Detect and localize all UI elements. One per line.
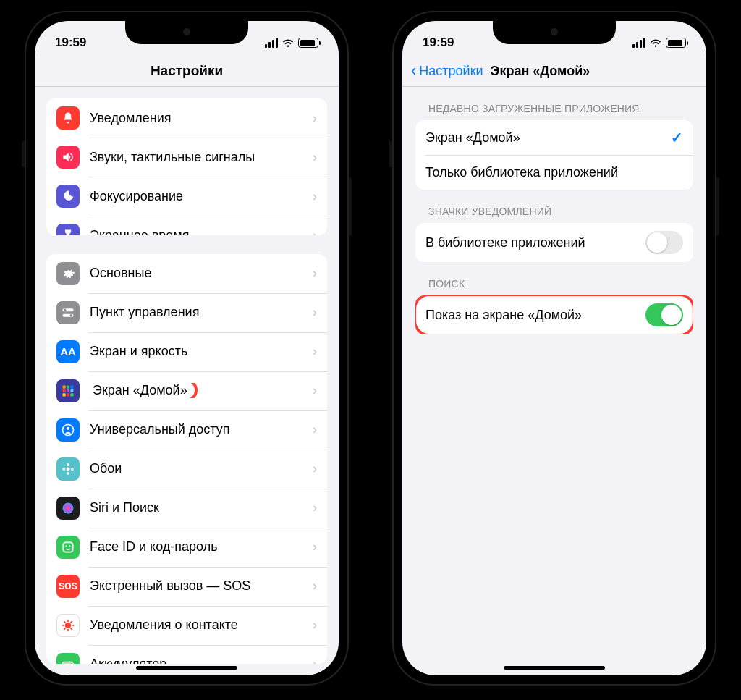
settings-row[interactable]: Экранное время› — [46, 216, 327, 235]
svg-point-22 — [66, 545, 67, 547]
flower-icon — [56, 457, 80, 481]
settings-row[interactable]: AAЭкран и яркость› — [46, 332, 327, 371]
cellular-icon — [265, 38, 279, 48]
svg-rect-6 — [70, 385, 73, 388]
nav-header: ‹ Настройки Экран «Домой» — [402, 59, 706, 87]
notch — [493, 21, 616, 44]
row-label: Пункт управления — [90, 305, 302, 320]
row-label: Siri и Поиск — [90, 500, 302, 515]
settings-row[interactable]: Универсальный доступ› — [46, 410, 327, 450]
speaker-icon — [56, 146, 80, 169]
settings-row[interactable]: Звуки, тактильные сигналы› — [46, 138, 327, 177]
status-time: 19:59 — [423, 35, 454, 50]
siri-icon — [56, 497, 80, 520]
phone-right: 19:59 ‹ Настройки Экран «Домой» НЕДАВНО … — [392, 11, 716, 686]
checkmark-icon: ✓ — [671, 129, 683, 146]
cellular-icon — [632, 38, 646, 48]
svg-line-29 — [64, 621, 66, 623]
svg-rect-4 — [63, 385, 66, 388]
svg-point-20 — [63, 502, 74, 513]
row-label: Уведомления — [90, 111, 302, 126]
settings-row[interactable]: Экран «Домой»› — [46, 371, 327, 410]
gear-icon — [56, 262, 80, 285]
back-button[interactable]: ‹ Настройки — [411, 63, 483, 79]
switch[interactable] — [645, 303, 683, 326]
person-icon — [56, 418, 80, 442]
settings-row[interactable]: Уведомления› — [46, 98, 327, 138]
svg-rect-35 — [73, 663, 75, 664]
battery-icon — [298, 38, 318, 48]
svg-rect-7 — [63, 389, 66, 392]
section-search: ПОИСК Показ на экране «Домой» — [415, 278, 693, 334]
settings-group-1: Уведомления›Звуки, тактильные сигналы›Фо… — [46, 98, 327, 235]
option-group: Экран «Домой» ✓ Только библиотека прилож… — [415, 120, 693, 190]
wifi-icon — [649, 38, 662, 48]
hourglass-icon — [56, 224, 80, 235]
chevron-right-icon: › — [313, 189, 317, 204]
option-library-only[interactable]: Только библиотека приложений — [415, 155, 693, 190]
nav-header: Настройки — [35, 59, 339, 87]
svg-rect-8 — [67, 389, 69, 392]
page-title: Настройки — [48, 63, 326, 79]
toggle-library-badges[interactable]: В библиотеке приложений — [415, 223, 693, 262]
svg-point-14 — [67, 427, 69, 430]
section-title: ЗНАЧКИ УВЕДОМЛЕНИЙ — [415, 206, 693, 223]
sos-icon: SOS — [56, 575, 80, 598]
svg-point-19 — [71, 468, 74, 471]
homescreen-content: НЕДАВНО ЗАГРУЖЕННЫЕ ПРИЛОЖЕНИЯ Экран «До… — [402, 87, 706, 675]
page-title: Экран «Домой» — [491, 64, 590, 79]
chevron-right-icon: › — [313, 500, 317, 515]
settings-row[interactable]: Обои› — [46, 450, 327, 489]
settings-row[interactable]: Основные› — [46, 254, 327, 293]
svg-point-18 — [62, 468, 65, 471]
switch[interactable] — [645, 231, 683, 254]
row-label: Фокусирование — [90, 189, 302, 204]
svg-line-30 — [70, 628, 72, 630]
status-time: 19:59 — [55, 35, 86, 50]
settings-row[interactable]: SOSЭкстренный вызов — SOS› — [46, 567, 327, 606]
chevron-right-icon: › — [313, 383, 317, 398]
toggle-label: Показ на экране «Домой» — [425, 308, 635, 323]
svg-rect-5 — [67, 385, 69, 388]
settings-row[interactable]: Siri и Поиск› — [46, 489, 327, 528]
option-label: Только библиотека приложений — [425, 165, 683, 180]
toggle-group: Показ на экране «Домой» — [415, 295, 693, 334]
home-indicator[interactable] — [504, 666, 605, 670]
status-icons — [265, 38, 319, 48]
battery-icon — [56, 653, 80, 664]
battery-icon — [666, 38, 686, 48]
home-indicator[interactable] — [136, 666, 237, 670]
grid-icon — [56, 379, 80, 402]
settings-row[interactable]: Пункт управления› — [46, 293, 327, 332]
chevron-right-icon: › — [313, 266, 317, 281]
svg-rect-10 — [63, 393, 66, 396]
section-title: НЕДАВНО ЗАГРУЖЕННЫЕ ПРИЛОЖЕНИЯ — [415, 103, 693, 120]
settings-row[interactable]: Уведомления о контакте› — [46, 606, 327, 645]
row-label: Уведомления о контакте — [90, 617, 302, 633]
settings-row[interactable]: Face ID и код-пароль› — [46, 528, 327, 567]
chevron-left-icon: ‹ — [411, 63, 416, 79]
bell-icon — [56, 106, 80, 130]
option-homescreen[interactable]: Экран «Домой» ✓ — [415, 120, 693, 155]
chevron-right-icon: › — [313, 150, 317, 165]
settings-content[interactable]: Уведомления›Звуки, тактильные сигналы›Фо… — [35, 87, 339, 675]
row-label: Звуки, тактильные сигналы — [90, 150, 302, 165]
screen: 19:59 ‹ Настройки Экран «Домой» НЕДАВНО … — [402, 21, 706, 675]
svg-point-1 — [64, 308, 66, 311]
wifi-icon — [281, 38, 295, 48]
toggle-show-on-home[interactable]: Показ на экране «Домой» — [415, 295, 693, 334]
moon-icon — [56, 185, 80, 208]
chevron-right-icon: › — [313, 539, 317, 554]
back-label: Настройки — [419, 64, 483, 79]
row-label: Универсальный доступ — [90, 422, 302, 437]
row-label: Основные — [90, 266, 302, 281]
svg-point-24 — [65, 623, 71, 628]
svg-rect-12 — [70, 393, 73, 396]
settings-row[interactable]: Фокусирование› — [46, 177, 327, 216]
toggle-group: В библиотеке приложений — [415, 223, 693, 262]
chevron-right-icon: › — [313, 657, 317, 664]
chevron-right-icon: › — [313, 422, 317, 437]
settings-row[interactable]: Аккумулятор› — [46, 645, 327, 664]
option-label: Экран «Домой» — [425, 130, 661, 146]
section-badges: ЗНАЧКИ УВЕДОМЛЕНИЙ В библиотеке приложен… — [415, 206, 693, 262]
